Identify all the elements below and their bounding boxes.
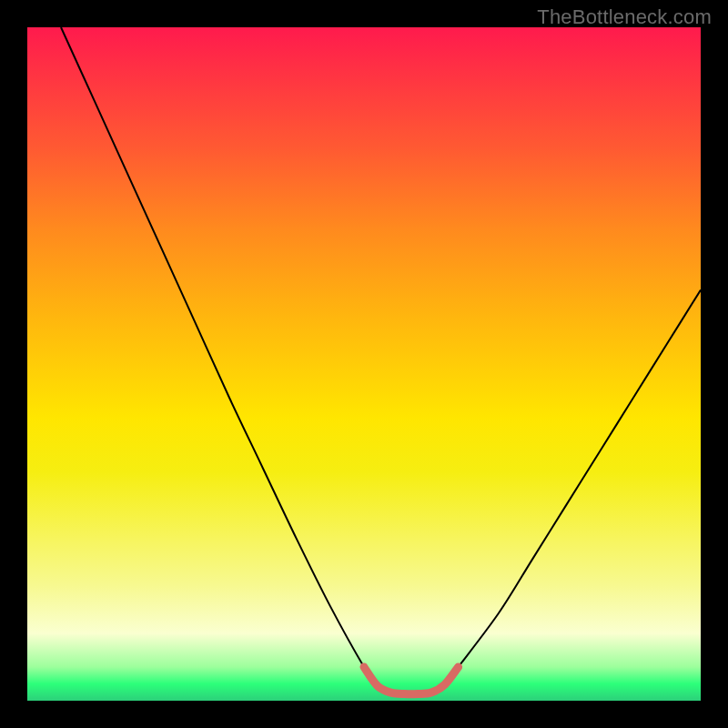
bottleneck-curve <box>61 27 701 694</box>
curve-layer <box>0 0 728 728</box>
optimal-range-highlight <box>364 667 459 694</box>
